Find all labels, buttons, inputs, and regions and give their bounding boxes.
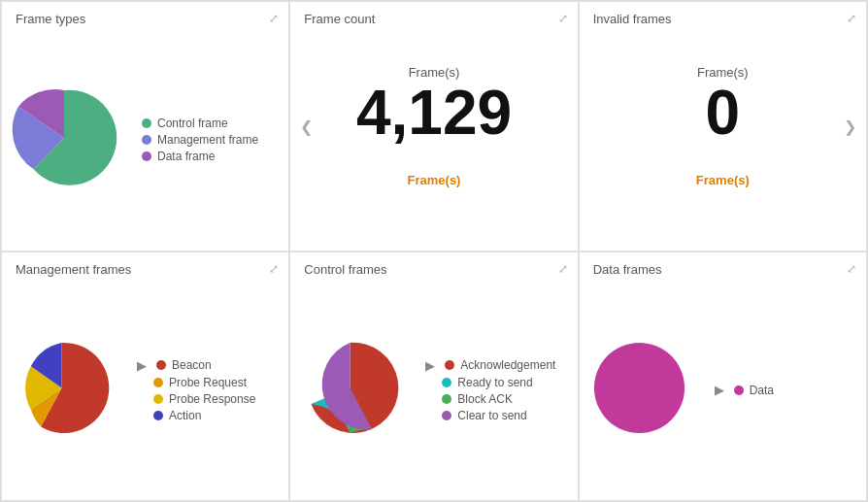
expand-icon-frame-types[interactable]: ⤢ xyxy=(269,12,279,25)
expand-icon-control[interactable]: ⤢ xyxy=(558,262,568,276)
legend-item-action: Action xyxy=(137,409,255,422)
dot-action xyxy=(153,411,163,420)
pie-frame-types xyxy=(16,89,113,186)
pie-data xyxy=(593,342,685,434)
dot-probe-req xyxy=(153,378,163,387)
management-legend: ▶ Beacon Probe Request Probe Response Ac… xyxy=(137,358,255,422)
panel-data-frames: Data frames ⤢ ▶ Data xyxy=(579,251,867,502)
invalid-frame-count: 0 xyxy=(697,82,749,144)
dot-probe-resp xyxy=(153,394,163,404)
management-frames-title: Management frames xyxy=(16,262,131,277)
legend-item-probe-req: Probe Request xyxy=(137,376,255,389)
dot-ack xyxy=(445,360,454,370)
chevron-data: ▶ xyxy=(715,383,724,397)
dot-block-ack xyxy=(442,394,451,404)
legend-item-ack: ▶ Acknowledgement xyxy=(425,358,555,373)
chevron-management: ▶ xyxy=(137,358,147,373)
legend-dot-data xyxy=(142,151,151,161)
panel-invalid-frames: Invalid frames ⤢ ❯ Frame(s) 0 Frame(s) xyxy=(579,1,867,251)
legend-item-management: Management frame xyxy=(142,133,258,147)
legend-dot-management xyxy=(142,135,151,145)
legend-item-rts: Ready to send xyxy=(425,376,555,389)
expand-icon-data[interactable]: ⤢ xyxy=(847,262,856,276)
legend-dot-control xyxy=(142,118,151,128)
dot-data xyxy=(734,385,744,395)
data-legend: ▶ Data xyxy=(715,383,774,397)
dashboard: Frame types ⤢ Control frame Management f… xyxy=(0,0,868,502)
legend-item-cts: Clear to send xyxy=(425,409,555,422)
legend-item-probe-resp: Probe Response xyxy=(137,392,255,406)
frame-count-value: 4,129 xyxy=(356,82,512,144)
panel-frame-count: Frame count ⤢ ❮ Frame(s) 4,129 Frame(s) xyxy=(289,1,578,251)
chevron-control: ▶ xyxy=(425,358,435,373)
panel-control-frames: Control frames ⤢ ▶ Acknowledgement xyxy=(289,251,578,502)
expand-icon-invalid[interactable]: ⤢ xyxy=(847,12,856,25)
legend-item-block-ack: Block ACK xyxy=(425,392,555,406)
invalid-frame-sub: Frame(s) xyxy=(696,173,750,187)
data-frames-title: Data frames xyxy=(593,262,662,277)
frame-count-title: Frame count xyxy=(304,12,375,26)
pie-control xyxy=(304,342,396,434)
legend-item-control: Control frame xyxy=(142,117,258,130)
dot-cts xyxy=(442,411,451,420)
control-frames-title: Control frames xyxy=(304,262,386,277)
frame-types-title: Frame types xyxy=(16,12,85,26)
control-legend: ▶ Acknowledgement Ready to send Block AC… xyxy=(425,358,555,422)
frame-types-legend: Control frame Management frame Data fram… xyxy=(142,117,258,163)
panel-management-frames: Management frames ⤢ ▶ Beacon xyxy=(1,251,289,502)
legend-item-beacon: ▶ Beacon xyxy=(137,358,255,373)
legend-item-data: Data frame xyxy=(142,150,258,163)
panel-frame-types: Frame types ⤢ Control frame Management f… xyxy=(1,1,289,251)
nav-next-invalid[interactable]: ❯ xyxy=(844,117,856,135)
nav-prev-frame-count[interactable]: ❮ xyxy=(300,117,313,135)
legend-item-data-frame: ▶ Data xyxy=(715,383,774,397)
expand-icon-frame-count[interactable]: ⤢ xyxy=(558,12,568,25)
dot-beacon xyxy=(156,360,166,370)
pie-management xyxy=(16,342,108,434)
frame-count-sub: Frame(s) xyxy=(408,173,461,187)
svg-point-0 xyxy=(594,343,684,433)
dot-rts xyxy=(442,378,451,387)
invalid-frames-title: Invalid frames xyxy=(593,12,672,26)
expand-icon-management[interactable]: ⤢ xyxy=(269,262,279,276)
